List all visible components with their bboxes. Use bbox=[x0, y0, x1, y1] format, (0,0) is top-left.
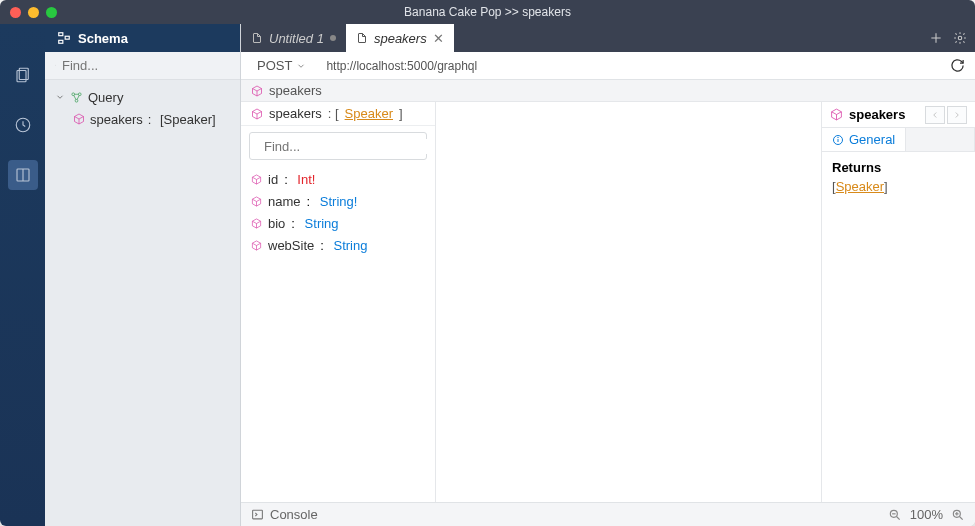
rail-reference[interactable] bbox=[8, 160, 38, 190]
svg-rect-6 bbox=[59, 40, 63, 43]
activity-rail bbox=[0, 24, 45, 526]
file-icon bbox=[356, 32, 368, 44]
tab-untitled[interactable]: Untitled 1 bbox=[241, 24, 346, 52]
svg-point-20 bbox=[838, 137, 839, 138]
gear-icon[interactable] bbox=[953, 31, 967, 45]
schema-tree: Query speakers: [Speaker] bbox=[45, 80, 240, 526]
rail-documents[interactable] bbox=[8, 60, 38, 90]
zoom-level: 100% bbox=[910, 507, 943, 522]
field-row[interactable]: bio: String bbox=[241, 212, 435, 234]
schema-tab-label: Schema bbox=[78, 31, 128, 46]
field-name: speakers bbox=[269, 106, 322, 121]
svg-rect-5 bbox=[59, 33, 63, 36]
cube-icon bbox=[251, 174, 262, 185]
tree-item-speakers[interactable]: speakers: [Speaker] bbox=[45, 108, 240, 130]
inspector-panel: speakers General Returns [Speaker] bbox=[822, 102, 975, 502]
tab-label: Untitled 1 bbox=[269, 31, 324, 46]
nav-back-button[interactable] bbox=[925, 106, 945, 124]
cube-icon bbox=[251, 108, 263, 120]
field-row[interactable]: id: Int! bbox=[241, 168, 435, 190]
refresh-button[interactable] bbox=[950, 58, 965, 73]
cube-icon bbox=[251, 196, 262, 207]
close-icon[interactable]: ✕ bbox=[433, 31, 444, 46]
history-icon bbox=[14, 116, 32, 134]
field-find-input[interactable] bbox=[264, 139, 432, 154]
tab-label: speakers bbox=[374, 31, 427, 46]
tab-speakers[interactable]: speakers ✕ bbox=[346, 24, 454, 52]
svg-line-24 bbox=[897, 516, 900, 519]
zoom-out-icon bbox=[888, 508, 902, 522]
chevron-down-icon bbox=[296, 61, 306, 71]
svg-point-8 bbox=[55, 65, 56, 66]
breadcrumb: speakers bbox=[241, 80, 975, 102]
field-list: id: Int! name: String! bio: String webSi… bbox=[241, 166, 435, 258]
field-header[interactable]: speakers: [Speaker] bbox=[241, 102, 435, 126]
tree-root-label: Query bbox=[88, 90, 123, 105]
file-icon bbox=[251, 32, 263, 44]
window-title: Banana Cake Pop >> speakers bbox=[0, 5, 975, 19]
schema-panel: Schema Query speakers: [Speaker] bbox=[45, 24, 241, 526]
cube-icon bbox=[251, 85, 263, 97]
documents-icon bbox=[14, 66, 32, 84]
results-column bbox=[436, 102, 822, 502]
query-type-icon bbox=[70, 91, 83, 104]
console-icon bbox=[251, 508, 264, 521]
inspector-header: speakers bbox=[822, 102, 975, 128]
inspector-tab-label: General bbox=[849, 132, 895, 147]
svg-point-11 bbox=[78, 92, 81, 95]
field-detail-column: speakers: [Speaker] id: Int! name: Strin… bbox=[241, 102, 436, 502]
cube-icon bbox=[251, 240, 262, 251]
request-url[interactable]: http://localhost:5000/graphql bbox=[326, 59, 477, 73]
cube-icon bbox=[73, 113, 85, 125]
arrow-left-icon bbox=[930, 110, 940, 120]
zoom-out-button[interactable] bbox=[888, 508, 902, 522]
arrow-right-icon bbox=[952, 110, 962, 120]
info-icon bbox=[832, 134, 844, 146]
tree-item-type: [Speaker] bbox=[160, 112, 216, 127]
schema-find[interactable] bbox=[45, 52, 240, 80]
tree-root-query[interactable]: Query bbox=[45, 86, 240, 108]
plus-icon[interactable] bbox=[929, 31, 943, 45]
main-panel: Untitled 1 speakers ✕ POST http://localh… bbox=[241, 24, 975, 526]
returns-label: Returns bbox=[832, 160, 965, 175]
refresh-icon bbox=[950, 58, 965, 73]
request-toolbar: POST http://localhost:5000/graphql bbox=[241, 52, 975, 80]
svg-point-12 bbox=[75, 99, 78, 102]
zoom-in-icon bbox=[951, 508, 965, 522]
document-tabs: Untitled 1 speakers ✕ bbox=[241, 24, 975, 52]
titlebar: Banana Cake Pop >> speakers bbox=[0, 0, 975, 24]
svg-line-28 bbox=[960, 516, 963, 519]
schema-tab[interactable]: Schema bbox=[45, 24, 240, 52]
tree-item-name: speakers bbox=[90, 112, 143, 127]
breadcrumb-label: speakers bbox=[269, 83, 322, 98]
inspector-tabs: General bbox=[822, 128, 975, 152]
method-selector[interactable]: POST bbox=[251, 58, 312, 73]
status-bar: Console 100% bbox=[241, 502, 975, 526]
inspector-body: Returns [Speaker] bbox=[822, 152, 975, 202]
field-row[interactable]: name: String! bbox=[241, 190, 435, 212]
schema-find-input[interactable] bbox=[62, 58, 230, 73]
dirty-indicator-icon bbox=[330, 35, 336, 41]
cube-icon bbox=[251, 218, 262, 229]
chevron-down-icon bbox=[55, 92, 65, 102]
schema-icon bbox=[57, 31, 71, 45]
field-row[interactable]: webSite: String bbox=[241, 234, 435, 256]
book-icon bbox=[14, 166, 32, 184]
inspector-title: speakers bbox=[849, 107, 905, 122]
returns-type-link[interactable]: Speaker bbox=[836, 179, 884, 194]
search-icon bbox=[55, 59, 56, 72]
zoom-in-button[interactable] bbox=[951, 508, 965, 522]
inspector-tab-general[interactable]: General bbox=[822, 128, 906, 151]
nav-fwd-button[interactable] bbox=[947, 106, 967, 124]
rail-history[interactable] bbox=[8, 110, 38, 140]
inspector-tab-spacer bbox=[906, 128, 975, 151]
svg-point-15 bbox=[958, 36, 962, 40]
type-link[interactable]: Speaker bbox=[345, 106, 393, 121]
method-label: POST bbox=[257, 58, 292, 73]
field-find[interactable] bbox=[249, 132, 427, 160]
svg-point-10 bbox=[72, 92, 75, 95]
svg-rect-7 bbox=[65, 36, 69, 39]
cube-icon bbox=[830, 108, 843, 121]
console-label[interactable]: Console bbox=[270, 507, 318, 522]
